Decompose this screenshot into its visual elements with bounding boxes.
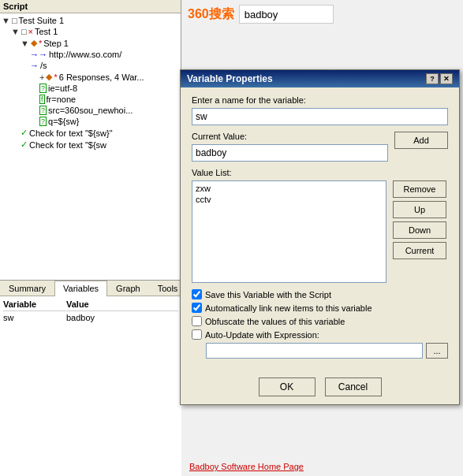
current-value-section: Current Value: <box>192 132 388 168</box>
autolink-checkbox[interactable] <box>192 303 202 313</box>
titlebar-buttons: ? ✕ <box>426 73 453 84</box>
remove-button[interactable]: Remove <box>393 180 446 198</box>
tree-label: Test Suite 1 <box>19 16 64 25</box>
value-list-row: zxw cctv Remove Up Down Current <box>192 180 448 283</box>
autoupdate-checkbox-label: Auto-Update with Expression: <box>205 330 319 340</box>
param-icon: ? <box>39 84 47 93</box>
auto-update-input-row: ... <box>206 343 448 359</box>
checkbox-row-save: Save this Variable with the Script <box>192 289 448 299</box>
tree-item-responses[interactable]: + ◆ * 6 Responses, 4 War... <box>2 71 179 83</box>
nav-icon: →→ <box>30 50 47 59</box>
value-list-section: zxw cctv <box>192 180 386 283</box>
tab-graph[interactable]: Graph <box>107 281 149 296</box>
tree-label: /s <box>40 61 47 70</box>
tree-label: 6 Responses, 4 War... <box>59 73 144 82</box>
add-btn-container: Add <box>394 132 448 155</box>
ok-button[interactable]: OK <box>259 377 316 396</box>
tree-label: Check for text "${sw}" <box>29 128 113 138</box>
save-checkbox[interactable] <box>192 289 202 299</box>
list-item[interactable]: zxw <box>196 183 383 194</box>
value-list-label: Value List: <box>192 168 448 177</box>
down-button[interactable]: Down <box>393 221 446 239</box>
nav-icon: → <box>30 61 39 70</box>
bottom-panel: Summary Variables Graph Tools Variable V… <box>0 280 181 476</box>
col-header-variable: Variable <box>3 299 66 309</box>
current-value-row: Current Value: Add <box>192 132 448 168</box>
tree-item-test1[interactable]: ▼ □ × Test 1 <box>2 26 179 37</box>
tree-item-param2[interactable]: f fr=none <box>2 94 179 105</box>
expand-icon: ▼ <box>21 39 29 48</box>
tree-label: Test 1 <box>35 27 58 36</box>
current-value-label: Current Value: <box>192 132 388 141</box>
expand-icon: ▼ <box>11 27 20 36</box>
list-item[interactable]: cctv <box>196 194 383 205</box>
expand-icon: + <box>39 73 44 82</box>
tree-item-testsuite[interactable]: ▼ □ Test Suite 1 <box>2 15 179 26</box>
check-icon: ✓ <box>21 139 28 150</box>
tree-label: fr=none <box>47 95 77 104</box>
name-label: Enter a name for the variable: <box>192 95 448 105</box>
expand-icon: ▼ <box>2 16 10 25</box>
table-header: Variable Value <box>3 299 178 311</box>
param-icon: ? <box>39 106 47 115</box>
variable-value-cell: badboy <box>66 313 178 322</box>
value-list-box[interactable]: zxw cctv <box>192 180 386 283</box>
dots-button[interactable]: ... <box>426 343 448 359</box>
tree-item-param3[interactable]: ? src=360sou_newhoi... <box>2 105 179 116</box>
warn-icon: * <box>54 73 57 82</box>
obfuscate-checkbox[interactable] <box>192 316 202 326</box>
tree-label: ie=utf-8 <box>48 84 77 93</box>
variables-tab-content: Variable Value sw badboy <box>0 296 181 325</box>
add-button[interactable]: Add <box>394 132 448 149</box>
warning-icon: * <box>39 39 42 48</box>
list-action-buttons: Remove Up Down Current <box>393 180 448 259</box>
variable-properties-dialog[interactable]: Variable Properties ? ✕ Enter a name for… <box>180 69 460 405</box>
tree-label: q=${sw} <box>48 117 79 126</box>
variable-name-cell: sw <box>3 313 66 322</box>
auto-update-expression-input[interactable] <box>206 343 423 359</box>
tree-label: http://www.so.com/ <box>49 50 121 59</box>
tree-label: src=360sou_newhoi... <box>48 106 133 115</box>
help-button[interactable]: ? <box>426 73 439 84</box>
folder-icon: □ <box>21 27 27 36</box>
col-header-value: Value <box>66 299 178 309</box>
up-button[interactable]: Up <box>393 201 446 218</box>
current-button[interactable]: Current <box>393 242 446 259</box>
tab-variables[interactable]: Variables <box>54 281 107 296</box>
param-icon: ? <box>39 117 47 126</box>
cancel-button[interactable]: Cancel <box>325 377 382 396</box>
step-icon: ◆ <box>46 72 52 82</box>
table-row[interactable]: sw badboy <box>3 313 178 322</box>
browser-toolbar: 360搜索 <box>181 0 463 28</box>
browser-footer-link[interactable]: Badboy Software Home Page <box>189 462 304 471</box>
tree-item-nav1[interactable]: →→ http://www.so.com/ <box>2 49 179 60</box>
script-panel-header: Script <box>0 0 181 13</box>
dialog-titlebar: Variable Properties ? ✕ <box>181 70 459 87</box>
variable-name-input[interactable] <box>192 108 448 125</box>
tab-bar: Summary Variables Graph Tools <box>0 281 181 296</box>
dialog-footer: OK Cancel <box>181 373 459 404</box>
tree-item-param4[interactable]: ? q=${sw} <box>2 116 179 127</box>
autolink-checkbox-label: Automatically link new items to this var… <box>205 303 372 313</box>
dialog-title: Variable Properties <box>187 73 273 84</box>
checkbox-row-obfuscate: Obfuscate the values of this variable <box>192 316 448 326</box>
tree-item-step1[interactable]: ▼ ◆ * Step 1 <box>2 37 179 49</box>
tab-summary[interactable]: Summary <box>0 281 54 296</box>
tree-item-nav2[interactable]: → /s <box>2 60 179 71</box>
step-icon: ◆ <box>31 38 37 48</box>
search-input[interactable] <box>239 5 334 24</box>
tree-item-check2[interactable]: ✓ Check for text "${sw <box>2 139 179 151</box>
checkbox-row-autolink: Automatically link new items to this var… <box>192 303 448 313</box>
tree-item-param1[interactable]: ? ie=utf-8 <box>2 83 179 94</box>
search-logo: 360搜索 <box>188 6 234 23</box>
check-icon: ✓ <box>21 128 28 138</box>
tree-label: Check for text "${sw <box>29 140 106 150</box>
close-button[interactable]: ✕ <box>440 73 453 84</box>
error-icon: × <box>28 27 33 36</box>
tree-label: Step 1 <box>43 39 69 48</box>
script-tree: ▼ □ Test Suite 1 ▼ □ × Test 1 ▼ ◆ * Step… <box>0 13 181 152</box>
tree-item-check1[interactable]: ✓ Check for text "${sw}" <box>2 127 179 139</box>
checkbox-row-autoupdate: Auto-Update with Expression: <box>192 329 448 340</box>
current-value-input[interactable] <box>192 144 388 162</box>
autoupdate-checkbox[interactable] <box>192 329 202 340</box>
